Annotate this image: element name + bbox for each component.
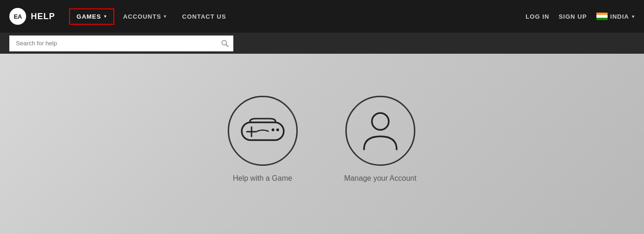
nav-left: EA HELP GAMES ▾ ACCOUNTS ▾ CONTACT US (9, 8, 233, 25)
navbar: EA HELP GAMES ▾ ACCOUNTS ▾ CONTACT US LO… (0, 0, 644, 33)
account-card-icon-circle (345, 96, 415, 166)
nav-item-contact-us[interactable]: CONTACT US (175, 9, 232, 24)
search-icon (221, 40, 229, 47)
account-card[interactable]: Manage your Account (344, 96, 417, 183)
ea-logo-text: EA (14, 13, 21, 20)
india-flag-icon (596, 13, 608, 20)
help-label: HELP (31, 12, 55, 21)
search-bar-container (0, 33, 644, 54)
main-content: Help with a Game Manage your Account (0, 54, 644, 234)
login-button[interactable]: LOG IN (525, 13, 549, 20)
svg-point-5 (272, 128, 274, 131)
ea-logo[interactable]: EA (9, 8, 26, 25)
games-card-label: Help with a Game (233, 174, 292, 183)
accounts-chevron-icon: ▾ (164, 14, 167, 19)
region-label: INDIA (610, 13, 629, 20)
region-chevron-icon: ▾ (632, 14, 635, 20)
nav-links: GAMES ▾ ACCOUNTS ▾ CONTACT US (69, 8, 233, 25)
nav-item-accounts[interactable]: ACCOUNTS ▾ (117, 9, 174, 24)
cards-row: Help with a Game Manage your Account (228, 96, 417, 183)
controller-icon (239, 116, 286, 146)
svg-point-7 (372, 113, 389, 130)
svg-point-6 (276, 128, 279, 131)
games-card[interactable]: Help with a Game (228, 96, 298, 183)
search-button[interactable] (221, 40, 229, 47)
search-input-wrapper (9, 35, 233, 51)
nav-item-accounts-label: ACCOUNTS (123, 13, 161, 20)
svg-line-1 (226, 44, 229, 47)
nav-item-contact-label: CONTACT US (182, 13, 226, 20)
games-chevron-icon: ▾ (104, 14, 107, 19)
nav-item-games[interactable]: GAMES ▾ (69, 8, 114, 25)
signup-button[interactable]: SIGN UP (559, 13, 587, 20)
search-input[interactable] (9, 35, 233, 51)
account-icon (359, 107, 401, 154)
account-card-label: Manage your Account (344, 174, 417, 183)
nav-right: LOG IN SIGN UP INDIA ▾ (525, 13, 635, 20)
region-selector[interactable]: INDIA ▾ (596, 13, 635, 20)
nav-item-games-label: GAMES (77, 13, 101, 20)
games-card-icon-circle (228, 96, 298, 166)
